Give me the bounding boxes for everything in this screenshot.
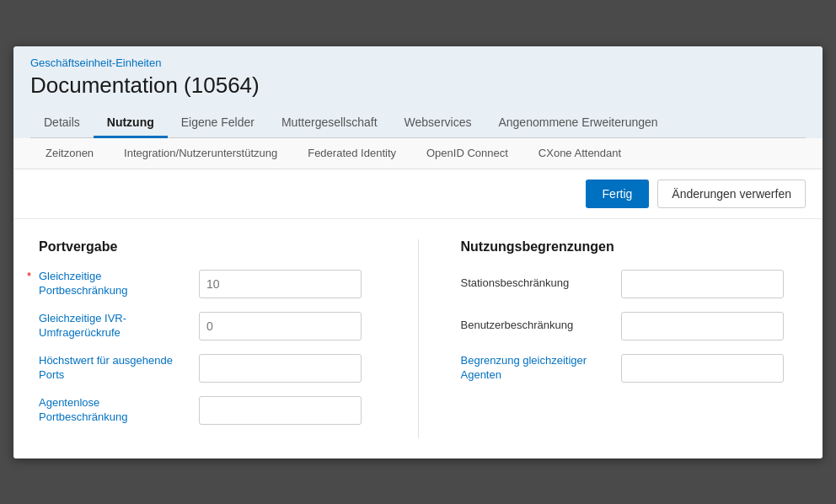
main-window: Geschäftseinheit-Einheiten Documentation… [13,46,823,458]
column-divider [418,239,419,438]
portvergabe-column: Portvergabe Gleichzeitige Portbeschränku… [39,239,376,438]
input-begrenzung[interactable] [621,354,784,383]
form-row-begrenzung: Begrenzung gleichzeitiger Agenten [461,354,798,383]
header-section: Geschäftseinheit-Einheiten Documentation… [13,46,823,138]
tab-muttergesellschaft[interactable]: Muttergesellschaft [268,109,391,138]
label-gleichzeitige-portbeschraenkung: Gleichzeitige Portbeschränkung [39,270,190,298]
tab-eigene-felder[interactable]: Eigene Felder [168,109,268,138]
input-stationsbeschraenkung[interactable] [621,270,784,298]
label-begrenzung: Begrenzung gleichzeitiger Agenten [461,354,613,383]
breadcrumb[interactable]: Geschäftseinheit-Einheiten [30,56,806,69]
portvergabe-title: Portvergabe [39,239,376,255]
label-stationsbeschraenkung: Stationsbeschränkung [461,276,613,291]
form-row-gleichzeitige-ivr: Gleichzeitige IVR-Umfragerückrufe [39,312,376,340]
tab-details[interactable]: Details [30,109,94,138]
toolbar: Fertig Änderungen verwerfen [13,169,823,219]
subtab-zeitzonen[interactable]: Zeitzonen [30,138,109,169]
label-benutzerbeschraenkung: Benutzerbeschränkung [461,319,613,333]
tab-nutzung[interactable]: Nutzung [94,109,168,138]
subtab-integration[interactable]: Integration/Nutzerunterstützung [109,138,292,169]
page-title: Documentation (10564) [30,72,806,99]
discard-button[interactable]: Änderungen verwerfen [657,180,806,208]
input-hoechstwert[interactable] [199,354,362,383]
form-row-benutzerbeschraenkung: Benutzerbeschränkung [461,312,798,340]
subtab-federated-identity[interactable]: Federated Identity [292,138,411,169]
tab-angenommene-erweiterungen[interactable]: Angenommene Erweiterungen [485,109,671,138]
form-row-agentenlose: Agentenlose Portbeschränkung [39,396,376,425]
subtab-openid-connect[interactable]: OpenID Connect [411,138,523,169]
form-row-gleichzeitige-portbeschraenkung: Gleichzeitige Portbeschränkung [39,270,376,298]
input-gleichzeitige-portbeschraenkung[interactable] [199,270,362,298]
sub-tabs: Zeitzonen Integration/Nutzerunterstützun… [13,138,823,169]
label-hoechstwert: Höchstwert für ausgehende Ports [39,354,190,383]
save-button[interactable]: Fertig [586,180,650,208]
input-agentenlose[interactable] [199,396,362,425]
label-gleichzeitige-ivr: Gleichzeitige IVR-Umfragerückrufe [39,312,190,340]
form-row-hoechstwert: Höchstwert für ausgehende Ports [39,354,376,383]
nutzungsbegrenzungen-column: Nutzungsbegrenzungen Stationsbeschränkun… [461,239,798,438]
subtab-cxone-attendant[interactable]: CXone Attendant [523,138,636,169]
main-tabs: Details Nutzung Eigene Felder Muttergese… [30,109,806,138]
input-benutzerbeschraenkung[interactable] [621,312,784,340]
nutzungsbegrenzungen-title: Nutzungsbegrenzungen [461,239,798,255]
input-gleichzeitige-ivr[interactable] [199,312,362,340]
tab-webservices[interactable]: Webservices [391,109,485,138]
form-area: Portvergabe Gleichzeitige Portbeschränku… [13,219,823,458]
form-row-stationsbeschraenkung: Stationsbeschränkung [461,270,798,298]
label-agentenlose: Agentenlose Portbeschränkung [39,396,190,425]
content-section: Zeitzonen Integration/Nutzerunterstützun… [13,138,823,458]
